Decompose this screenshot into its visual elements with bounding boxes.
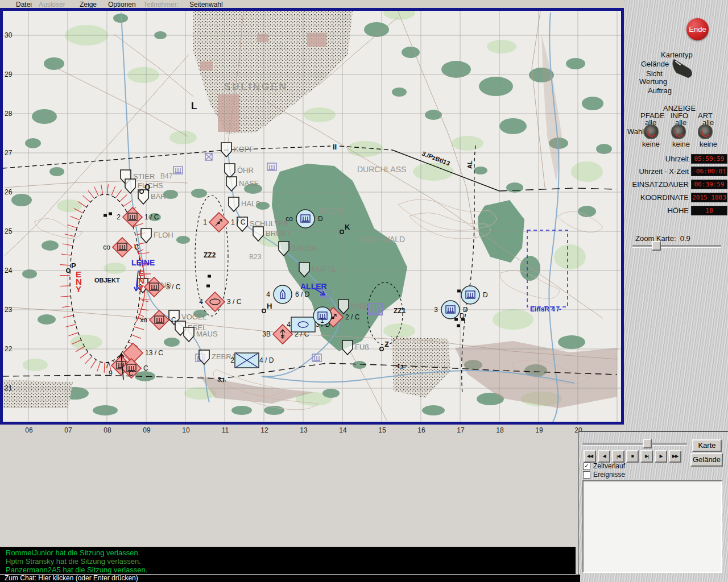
checkbox-row-zeitverlauf: ✓Zeitverlauf <box>583 462 625 470</box>
event-listbox[interactable] <box>582 480 722 573</box>
menu-item-optionen[interactable]: Optionen <box>108 1 136 9</box>
stop-button[interactable]: ■ <box>626 450 639 463</box>
timeline-slider-track[interactable] <box>582 443 687 446</box>
readout-label: HÖHE <box>667 206 689 215</box>
map-label: B23 <box>249 253 262 261</box>
grid-y-label: 25 <box>5 227 13 235</box>
map-label: AL <box>466 160 473 169</box>
control-point-kopf[interactable]: KOPF <box>221 143 254 157</box>
grid-y-label: 30 <box>5 31 13 39</box>
right-control-panel: Ende Kartentyp GeländeSichtWertungAuftra… <box>624 0 728 431</box>
control-point-bär[interactable]: BÄR <box>138 190 166 204</box>
menu-item-teilnehmer[interactable]: Teilnehmer: <box>143 1 179 9</box>
enemy-unit[interactable] <box>150 310 169 330</box>
enemy-unit[interactable] <box>113 238 132 257</box>
grid-x-label: 09 <box>141 426 152 434</box>
map-label: ZZ2 <box>204 251 216 259</box>
unit-label: C <box>134 243 139 251</box>
step-back-button[interactable]: ◀ <box>598 450 610 463</box>
grid-y-label: 26 <box>5 188 13 196</box>
friendly-unit[interactable] <box>291 317 315 332</box>
grid-x-label: 14 <box>337 426 349 434</box>
menu-item-auslser[interactable]: Auslöser <box>39 1 65 9</box>
map-frame: 30292827262524232221KOPFSTIERFUCHSBÄRÖHR… <box>0 8 624 425</box>
grid-x-label: 07 <box>63 426 74 434</box>
svg-text:MAUS: MAUS <box>196 330 218 338</box>
unit-label: 2 <box>117 213 121 221</box>
control-point-fuß[interactable]: FUß <box>342 340 369 355</box>
chat-input-bar[interactable]: Zum Chat: Hier klicken (oder Enter drück… <box>0 575 580 582</box>
kartentyp-option-wertung[interactable]: Wertung <box>639 77 667 86</box>
kartentyp-option-sicht[interactable]: Sicht <box>646 69 663 78</box>
map-label: ZZ1 <box>394 307 406 315</box>
map-label: EinsR 4 /- <box>530 305 561 313</box>
anzeige-knob-pfade[interactable] <box>644 124 659 139</box>
control-point-hals[interactable]: HALS <box>229 197 260 211</box>
zoom-slider-track[interactable] <box>632 245 721 248</box>
ende-button[interactable]: Ende <box>686 18 709 40</box>
svg-text:FLOH: FLOH <box>154 231 173 239</box>
readout-value-hhe: 18 <box>691 206 727 215</box>
fast-forward-button[interactable]: ▶▶ <box>669 450 681 463</box>
friendly-unit[interactable] <box>296 210 315 228</box>
menu-item-seitenwahl[interactable]: Seitenwahl <box>189 1 223 9</box>
map-label: D <box>460 312 465 320</box>
friendly-unit[interactable] <box>441 301 460 319</box>
unit-label: 2 / C <box>345 313 360 321</box>
readout-label: KOORDINATE <box>640 193 689 202</box>
map-label: B47 <box>160 172 173 180</box>
map-label: HOCHWALD <box>359 235 405 244</box>
friendly-unit[interactable] <box>274 285 292 304</box>
map-label: SULINGEN <box>224 81 288 92</box>
skip-start-button[interactable]: |◀ <box>612 450 624 463</box>
gelaende-button[interactable]: Gelände <box>690 453 723 467</box>
checkpoint-P: P <box>71 261 76 270</box>
unit-label: xo <box>140 316 147 324</box>
kartentyp-option-auftrag[interactable]: Auftrag <box>648 86 672 95</box>
map-label: ALLER <box>300 282 327 291</box>
unit-label: C <box>143 364 148 372</box>
timeline-slider-handle[interactable] <box>643 439 652 448</box>
grid-x-label: 19 <box>533 426 545 434</box>
map-label: 9 <box>109 369 113 377</box>
play-button[interactable]: ▶ <box>655 450 667 463</box>
kartentyp-title: Kartentyp <box>661 51 693 59</box>
control-point-öhr[interactable]: ÖHR <box>225 164 254 178</box>
enemy-unit[interactable] <box>205 292 225 311</box>
grid-x-label: 06 <box>23 426 35 434</box>
anzeige-bottom-label: keine <box>700 140 717 148</box>
map-label: LEINE <box>131 258 155 267</box>
checkbox-ereignisse[interactable] <box>583 471 590 479</box>
menu-item-datei[interactable]: Datei <box>16 1 32 9</box>
kartentyp-option-gelände[interactable]: Gelände <box>641 60 669 68</box>
enemy-unit[interactable] <box>209 213 229 232</box>
playback-panel: Karte Gelände ◀◀◀|◀■▶|▶▶▶ ✓ZeitverlaufEr… <box>578 431 728 582</box>
friendly-unit[interactable] <box>461 286 479 304</box>
anzeige-knob-info[interactable] <box>671 124 686 139</box>
svg-text:BRUST: BRUST <box>266 229 291 238</box>
svg-text:BÄR: BÄR <box>151 192 166 201</box>
grid-x-label: 08 <box>102 426 113 434</box>
unit-label: 1 / C <box>144 213 159 221</box>
control-point-maus[interactable]: MAUS <box>184 327 218 342</box>
control-point-floh[interactable]: FLOH <box>141 228 173 243</box>
map-label: ENY <box>76 269 82 294</box>
karte-button[interactable]: Karte <box>692 439 722 452</box>
grid-x-label: 11 <box>220 426 231 434</box>
skip-end-button[interactable]: ▶| <box>640 450 653 463</box>
checkbox-zeitverlauf[interactable]: ✓ <box>583 463 590 470</box>
svg-text:KNIE: KNIE <box>351 302 369 310</box>
unit-label: co <box>286 215 293 223</box>
zoom-slider-handle[interactable] <box>652 241 661 251</box>
svg-text:FUCHS: FUCHS <box>138 181 163 190</box>
grid-x-label: 17 <box>455 426 466 434</box>
anzeige-knob-art[interactable] <box>698 124 713 139</box>
friendly-unit[interactable] <box>235 353 259 368</box>
unit-label: 1 / C <box>231 218 246 226</box>
menu-item-zeige[interactable]: Zeige <box>80 1 97 9</box>
kartentyp-knob[interactable] <box>624 0 728 431</box>
rewind-button[interactable]: ◀◀ <box>584 450 596 463</box>
unit-label: 3 <box>434 306 438 314</box>
tactical-map[interactable]: 30292827262524232221KOPFSTIERFUCHSBÄRÖHR… <box>3 11 621 422</box>
grid-x-label: 10 <box>180 426 192 434</box>
